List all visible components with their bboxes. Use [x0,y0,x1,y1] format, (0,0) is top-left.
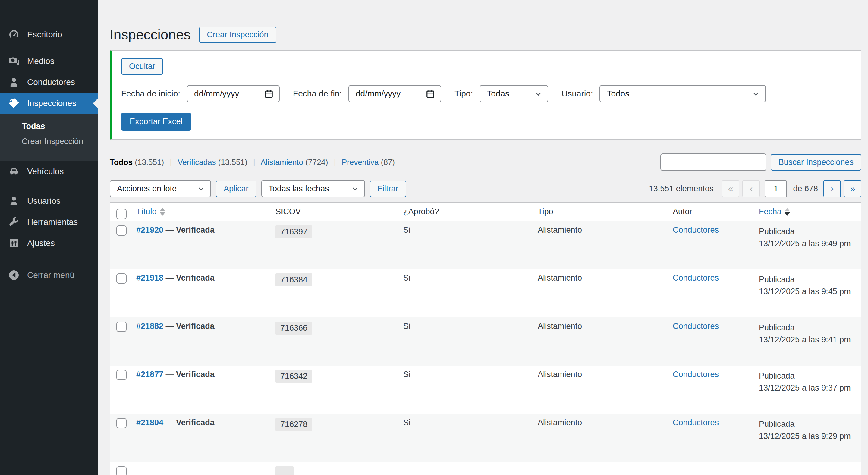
end-date-label: Fecha de fin: [293,89,342,99]
chevron-down-icon [534,89,543,98]
search-inspections-button[interactable]: Buscar Inspecciones [771,154,861,170]
submenu-item-crear-inspeccion[interactable]: Crear Inspección [0,134,98,149]
items-count: 13.551 elementos [649,184,714,193]
inspection-status: — Verificada [163,225,215,234]
sort-arrows-icon [784,208,790,216]
table-row: #21920 — Verificada 716397 Si Alistamien… [110,221,861,269]
hide-filters-button[interactable]: Ocultar [121,58,163,75]
date-placeholder: dd/mm/yyyy [194,89,239,99]
column-sicov: SICOV [270,203,397,221]
dates-filter-select[interactable]: Todas las fechas [261,180,365,197]
sidebar-item-label: Conductores [27,77,75,87]
sidebar-item-inspecciones[interactable]: Inspecciones [0,93,98,114]
table-row: #21877 — Verificada 716342 Si Alistamien… [110,366,861,414]
publish-state: Publicada [759,419,795,429]
sicov-value: 716278 [276,418,312,431]
view-todos[interactable]: Todos [110,158,133,167]
inspection-link[interactable]: #21918 [136,273,163,282]
table-row-partial [110,462,861,475]
inspection-link[interactable]: #21920 [136,225,163,234]
publish-state: Publicada [759,227,795,236]
sort-titulo-header[interactable]: Título [136,207,165,216]
view-preventiva[interactable]: Preventiva [342,158,379,167]
sidebar-item-label: Herramientas [27,217,78,227]
tipo-value: Alistamiento [532,221,667,269]
calendar-icon[interactable] [426,89,435,99]
sidebar-item-herramientas[interactable]: Herramientas [0,212,98,233]
sidebar-item-label: Vehículos [27,166,64,177]
wrench-icon [8,216,20,228]
user-label: Usuario: [561,89,593,99]
publish-state: Publicada [759,323,795,332]
sidebar-item-usuarios[interactable]: Usuarios [0,190,98,212]
type-select[interactable]: Todas [479,85,548,102]
submenu-item-todas[interactable]: Todas [0,119,98,134]
sicov-value: 716397 [276,225,312,239]
row-checkbox[interactable] [116,466,127,475]
create-inspection-button[interactable]: Crear Inspección [199,27,276,43]
sidebar-item-medios[interactable]: Medios [0,51,98,72]
apply-button[interactable]: Aplicar [216,181,256,197]
bulk-actions-value: Acciones en lote [117,184,177,193]
export-excel-button[interactable]: Exportar Excel [121,113,191,130]
bulk-actions-select[interactable]: Acciones en lote [110,180,211,197]
tipo-value: Alistamiento [532,269,667,317]
publish-date: 13/12/2025 a las 9:41 pm [759,335,851,344]
aprobo-value: Si [397,221,532,269]
inspection-link[interactable]: #21804 [136,418,163,427]
sicov-value: 716384 [276,273,312,286]
table-row: #21804 — Verificada 716278 Si Alistamien… [110,414,861,462]
end-date-input[interactable]: dd/mm/yyyy [348,85,441,102]
view-count: (7724) [305,158,328,167]
search-input[interactable] [660,153,767,171]
select-all-checkbox[interactable] [116,209,127,219]
sidebar-item-escritorio[interactable]: Escritorio [0,24,98,45]
view-count: (13.551) [135,158,164,167]
start-date-label: Fecha de inicio: [121,89,180,99]
next-page-button[interactable]: › [824,180,841,197]
publish-state: Publicada [759,371,795,380]
tipo-value: Alistamiento [532,317,667,366]
start-date-input[interactable]: dd/mm/yyyy [187,85,280,102]
calendar-icon[interactable] [264,89,274,99]
date-placeholder: dd/mm/yyyy [355,89,401,99]
publish-state: Publicada [759,275,795,284]
aprobo-value: Si [397,269,532,317]
view-verificadas[interactable]: Verificadas [178,158,216,167]
chevron-down-icon [751,89,761,98]
inspection-link[interactable]: #21877 [136,370,163,379]
driver-icon [8,76,20,88]
author-link[interactable]: Conductores [673,225,719,234]
last-page-button[interactable]: » [844,180,861,197]
author-link[interactable]: Conductores [673,418,719,427]
author-link[interactable]: Conductores [673,273,719,282]
sidebar-item-label: Medios [27,56,54,66]
user-select[interactable]: Todos [599,85,766,102]
sidebar-item-vehiculos[interactable]: Vehículos [0,161,98,182]
collapse-arrow-icon [8,269,20,281]
row-checkbox[interactable] [116,273,127,284]
inspection-link[interactable]: #21882 [136,322,163,330]
filter-button[interactable]: Filtrar [370,181,406,197]
car-icon [8,165,20,178]
sort-fecha-header[interactable]: Fecha [759,207,790,216]
page-title: Inspecciones [110,27,191,43]
publish-date: 13/12/2025 a las 9:45 pm [759,287,851,296]
chevron-down-icon [196,184,206,193]
author-link[interactable]: Conductores [673,322,719,330]
author-link[interactable]: Conductores [673,370,719,379]
row-checkbox[interactable] [116,370,127,380]
current-page-input[interactable] [765,180,787,197]
sidebar-item-label: Ajustes [27,238,55,248]
sicov-value: 716342 [276,370,312,383]
main-content: Inspecciones Crear Inspección Ocultar Fe… [98,27,868,475]
sidebar-item-conductores[interactable]: Conductores [0,72,98,93]
row-checkbox[interactable] [116,418,127,428]
collapse-menu-button[interactable]: Cerrar menú [0,265,98,286]
row-checkbox[interactable] [116,225,127,236]
view-count: (13.551) [218,158,247,167]
view-alistamiento[interactable]: Alistamiento [260,158,303,167]
sidebar-item-ajustes[interactable]: Ajustes [0,233,98,254]
inspection-status: — Verificada [163,370,215,379]
row-checkbox[interactable] [116,322,127,332]
